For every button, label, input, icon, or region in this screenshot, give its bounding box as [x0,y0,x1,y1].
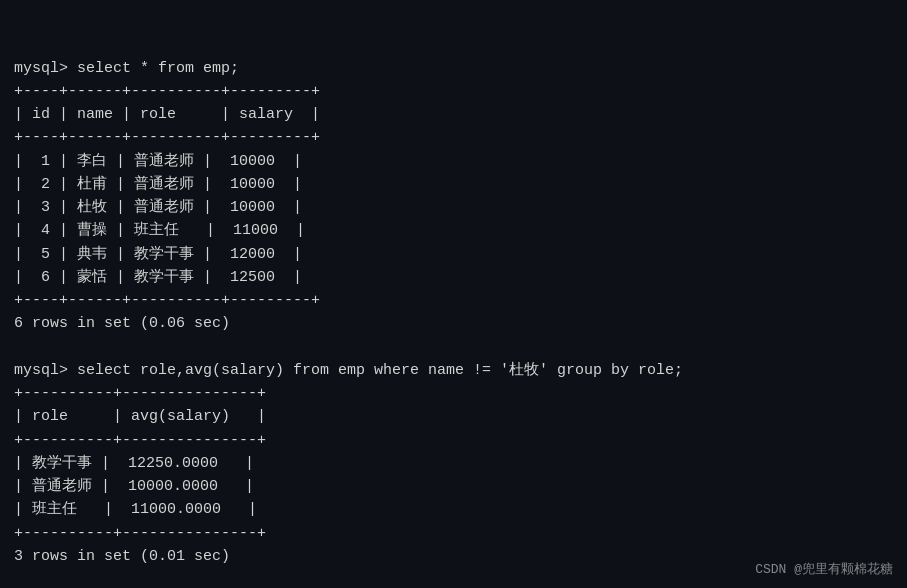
terminal-line: +----------+---------------+ [14,382,893,405]
terminal-window: mysql> select * from emp;+----+------+--… [14,10,893,578]
terminal-line [14,336,893,359]
terminal-line: +----+------+----------+---------+ [14,289,893,312]
terminal-line: | id | name | role | salary | [14,103,893,126]
watermark: CSDN @兜里有颗棉花糖 [755,560,893,578]
terminal-line: | 班主任 | 11000.0000 | [14,498,893,521]
terminal-line: 6 rows in set (0.06 sec) [14,312,893,335]
terminal-line: | 6 | 蒙恬 | 教学干事 | 12500 | [14,266,893,289]
terminal-line: +----------+---------------+ [14,429,893,452]
terminal-line: mysql> select * from emp; [14,57,893,80]
terminal-line: mysql> select role,avg(salary) from emp … [14,359,893,382]
terminal-line: | 教学干事 | 12250.0000 | [14,452,893,475]
terminal-line: +----+------+----------+---------+ [14,126,893,149]
terminal-line: | role | avg(salary) | [14,405,893,428]
terminal-content: mysql> select * from emp;+----+------+--… [14,57,893,589]
terminal-line: +----+------+----------+---------+ [14,80,893,103]
terminal-line: | 2 | 杜甫 | 普通老师 | 10000 | [14,173,893,196]
terminal-line: | 3 | 杜牧 | 普通老师 | 10000 | [14,196,893,219]
terminal-line: | 4 | 曹操 | 班主任 | 11000 | [14,219,893,242]
terminal-line: | 普通老师 | 10000.0000 | [14,475,893,498]
terminal-line: +----------+---------------+ [14,522,893,545]
terminal-line: | 5 | 典韦 | 教学干事 | 12000 | [14,243,893,266]
terminal-line: | 1 | 李白 | 普通老师 | 10000 | [14,150,893,173]
